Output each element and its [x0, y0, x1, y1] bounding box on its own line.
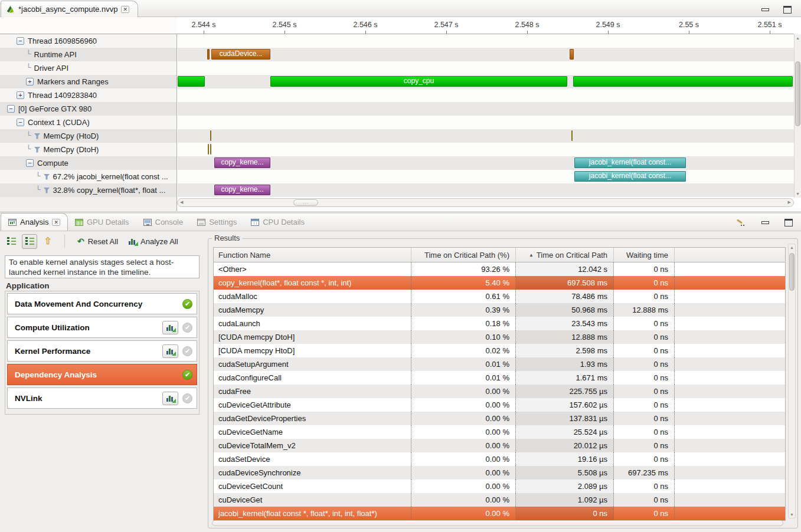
close-tab-icon[interactable]: ✕	[121, 6, 129, 13]
stage-dependency-analysis[interactable]: Dependency Analysis✔	[7, 364, 197, 385]
run-analysis-button[interactable]	[162, 392, 178, 405]
reset-all-button[interactable]: ↶ Reset All	[74, 236, 122, 247]
stage-kernel-performance[interactable]: Kernel Performance✔	[7, 340, 197, 362]
stage-nvlink[interactable]: NVLink✔	[7, 387, 197, 409]
results-horizontal-scrollbar[interactable]	[212, 520, 783, 526]
timeline-tree-row-memcpy-htod[interactable]: └MemCpy (HtoD)	[0, 129, 176, 143]
scrollbar-thumb[interactable]	[789, 253, 795, 291]
table-row[interactable]: cudaMemcpy0.39 %50.968 ms12.888 ms	[214, 303, 785, 317]
scroll-down-icon[interactable]: ▼	[789, 513, 795, 517]
table-row[interactable]: cuDeviceGetName0.00 %25.524 µs0 ns	[214, 425, 785, 439]
timeline-canvas-row[interactable]	[178, 129, 794, 143]
timeline-canvas-row[interactable]: copy_kerne...	[178, 183, 794, 197]
unguided-analysis-button[interactable]	[22, 234, 37, 249]
table-row[interactable]: cuDeviceTotalMem_v20.00 %20.012 µs0 ns	[214, 439, 785, 452]
timeline-tree-row-driver-api[interactable]: └Driver API	[0, 61, 176, 75]
column-header-waiting-time[interactable]: Waiting time	[614, 248, 675, 262]
timeline-interval-marker[interactable]	[210, 144, 211, 155]
back-button[interactable]: ⇧	[40, 234, 55, 249]
table-row[interactable]: copy_kernel(float*, float const *, int, …	[214, 276, 785, 290]
analyze-all-button[interactable]: Analyze All	[125, 236, 182, 247]
timeline-canvas-row[interactable]: copy_kerne...jacobi_kernel(float const..…	[178, 156, 794, 170]
timeline-tree-row-0-geforce-gtx-980[interactable]: −[0] GeForce GTX 980	[0, 102, 176, 116]
tree-expand-icon[interactable]: +	[17, 91, 24, 99]
scrollbar-thumb[interactable]	[795, 61, 800, 126]
timeline-tree-row-67-2-jacobi-kernel-float-const[interactable]: └67.2% jacobi_kernel(float const ...	[0, 170, 176, 183]
table-row[interactable]: cudaGetDeviceProperties0.00 %137.831 µs0…	[214, 412, 785, 425]
timeline-interval-marker[interactable]	[571, 130, 573, 141]
table-row[interactable]: cudaSetDevice0.00 %19.16 µs0 ns	[214, 452, 785, 466]
timeline-canvas-row[interactable]	[178, 61, 794, 75]
timeline-canvas-row[interactable]	[178, 88, 794, 102]
minimize-icon[interactable]	[761, 8, 769, 11]
analysis-mode-button[interactable]	[4, 234, 19, 249]
timeline-interval-bar[interactable]: jacobi_kernel(float const...	[574, 171, 686, 182]
column-header-function-name[interactable]: Function Name	[214, 248, 411, 262]
timeline-interval-marker[interactable]	[210, 130, 211, 141]
timeline-tree-row-thread-1409283840[interactable]: +Thread 1409283840	[0, 88, 176, 102]
table-row[interactable]: cudaFree0.00 %225.755 µs0 ns	[214, 385, 785, 398]
file-tab[interactable]: *jacobi_async_compute.nvvp ✕	[1, 1, 138, 17]
timeline-vertical-scrollbar[interactable]: ▲ ▼	[794, 34, 801, 198]
tree-collapse-icon[interactable]: −	[17, 37, 24, 45]
stage-compute-utilization[interactable]: Compute Utilization✔	[7, 317, 197, 338]
timeline-tree-row-context-1-cuda[interactable]: −Context 1 (CUDA)	[0, 116, 176, 129]
tab-analysis[interactable]: Analysis✕	[1, 213, 68, 231]
timeline-tree-row-compute[interactable]: −Compute	[0, 156, 176, 170]
tab-console[interactable]: Console	[136, 214, 191, 231]
scroll-right-icon[interactable]: ▶	[788, 200, 791, 205]
table-row[interactable]: cudaMalloc0.61 %78.486 ms0 ns	[214, 290, 785, 303]
table-row[interactable]: cuDeviceGetAttribute0.00 %157.602 µs0 ns	[214, 398, 785, 412]
timeline-tree-row-markers-and-ranges[interactable]: +Markers and Ranges	[0, 75, 176, 88]
table-row[interactable]: <Other>93.26 %12.042 s0 ns	[214, 262, 785, 276]
timeline-interval-bar[interactable]: copy_kerne...	[214, 185, 270, 195]
table-row[interactable]: cudaSetupArgument0.01 %1.93 ms0 ns	[214, 357, 785, 371]
column-header-time-on-critical-path[interactable]: Time on Critical Path (%)	[411, 248, 516, 262]
timeline-interval-bar[interactable]: copy_kerne...	[214, 157, 270, 168]
table-row[interactable]: cudaLaunch0.18 %23.543 ms0 ns	[214, 317, 785, 330]
timeline-canvas-row[interactable]	[178, 102, 794, 116]
timeline-interval-marker[interactable]	[570, 49, 574, 60]
tab-settings[interactable]: Settings	[190, 214, 244, 231]
timeline-horizontal-scrollbar[interactable]: ◀ ··· ▶	[177, 198, 794, 207]
results-vertical-scrollbar[interactable]: ▲ ▼	[788, 244, 796, 518]
timeline-tree-row-32-8-copy-kernel-float-float[interactable]: └32.8% copy_kernel(float*, float ...	[0, 183, 176, 197]
timeline-interval-marker[interactable]	[573, 76, 793, 87]
timeline-interval-bar[interactable]: copy_cpu	[270, 76, 567, 87]
timeline-canvas-row[interactable]	[178, 116, 794, 129]
tree-collapse-icon[interactable]: −	[17, 119, 24, 126]
run-analysis-button[interactable]	[162, 344, 178, 358]
timeline-interval-marker[interactable]	[208, 144, 209, 155]
table-row[interactable]: cuDeviceGetCount0.00 %2.089 µs0 ns	[214, 480, 785, 493]
table-row[interactable]: cuDeviceGet0.00 %1.092 µs0 ns	[214, 493, 785, 507]
column-header-time-on-critical-path[interactable]: ▲Time on Critical Path	[516, 248, 614, 262]
table-row[interactable]: [CUDA memcpy HtoD]0.02 %2.598 ms0 ns	[214, 344, 785, 357]
close-tab-icon[interactable]: ✕	[52, 219, 60, 226]
maximize-icon[interactable]	[783, 6, 792, 14]
table-row[interactable]: [CUDA memcpy DtoH]0.10 %12.888 ms0 ns	[214, 330, 785, 344]
run-analysis-button[interactable]	[162, 321, 178, 334]
tab-cpu-details[interactable]: CPU Details	[244, 214, 312, 231]
minimize-view-icon[interactable]	[761, 221, 769, 224]
tree-collapse-icon[interactable]: −	[26, 159, 34, 167]
stage-data-movement-and-concurrency[interactable]: Data Movement And Concurrency✔	[7, 293, 197, 314]
timeline-tree-row-memcpy-dtoh[interactable]: └MemCpy (DtoH)	[0, 143, 176, 156]
tree-expand-icon[interactable]: +	[26, 78, 34, 86]
table-row[interactable]: cudaDeviceSynchronize0.00 %5.508 µs697.2…	[214, 466, 785, 480]
timeline-canvas-row[interactable]: copy_cpu	[178, 75, 794, 88]
scroll-up-icon[interactable]: ▲	[795, 36, 801, 40]
view-menu-icon[interactable]	[735, 219, 746, 226]
table-row[interactable]: jacobi_kernel(float const *, float*, int…	[214, 507, 785, 520]
timeline-interval-marker[interactable]	[178, 76, 205, 87]
timeline-canvas-row[interactable]: jacobi_kernel(float const...	[178, 170, 794, 183]
scroll-left-icon[interactable]: ◀	[180, 200, 183, 205]
timeline-canvas-row[interactable]	[178, 34, 794, 48]
timeline-interval-bar[interactable]: jacobi_kernel(float const...	[574, 157, 686, 168]
timeline-interval-bar[interactable]: cudaDevice...	[211, 49, 270, 60]
scrollbar-thumb[interactable]: ···	[293, 199, 318, 206]
table-row[interactable]: cudaConfigureCall0.01 %1.671 ms0 ns	[214, 371, 785, 385]
timeline-tree-row-runtime-api[interactable]: └Runtime API	[0, 48, 176, 61]
timeline-tree-row-thread-1609856960[interactable]: −Thread 1609856960	[0, 34, 176, 48]
scroll-up-icon[interactable]: ▲	[789, 245, 795, 249]
tree-collapse-icon[interactable]: −	[7, 105, 15, 113]
